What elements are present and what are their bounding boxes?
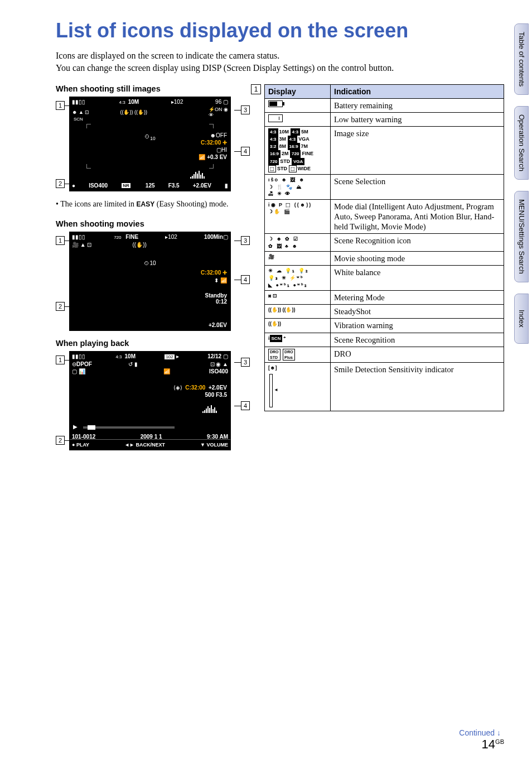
error-code: C:32:00 bbox=[201, 270, 221, 276]
icon-modedial: i◉ P ⬚ ((☻))☽✋ 🎬 bbox=[265, 199, 331, 233]
page-title: List of icons displayed on the screen bbox=[56, 19, 504, 42]
standby-block: Standby 0:12 bbox=[205, 292, 227, 305]
aperture-value: F3.5 bbox=[168, 182, 180, 189]
desc-movie: Movie shooting mode bbox=[331, 252, 504, 266]
folder-icon: ▸102 bbox=[165, 234, 177, 240]
heading-still: When shooting still images bbox=[56, 84, 250, 93]
callout-1b: 1 bbox=[56, 236, 65, 245]
file-number: 101-0012 bbox=[72, 434, 95, 440]
time: 9:30 AM bbox=[207, 434, 228, 440]
desc-steady: SteadyShot bbox=[331, 305, 504, 319]
icon-srec-icon: ☽ ☻ ✿ ☑✿ 🖼 ♣ ☻ bbox=[265, 234, 331, 252]
callout-4: 4 bbox=[241, 147, 250, 156]
callout-3: 3 bbox=[241, 105, 250, 114]
ev-value-2: +2.0EV bbox=[193, 182, 211, 189]
ev-play: +2.0EV bbox=[209, 385, 227, 391]
self-timer-icon: ⏲10 bbox=[144, 260, 156, 266]
lcd-play-group: 1 3 4 2 ▮▮▯▯ 4:310M 102▸ 12/12 ▢ ⊖DPO bbox=[56, 351, 250, 450]
left-column: When shooting still images 1 3 4 2 ▮▮▯▯ … bbox=[56, 84, 250, 458]
lcd-still: ▮▮▯▯ 4:34:3 10M10M ▸102 96 ▢ ☻ ▲ ⊡ ((✋))… bbox=[69, 97, 231, 191]
error-code: C:32:00 bbox=[185, 385, 205, 391]
heading-play: When playing back bbox=[56, 339, 250, 348]
lcd-movie: ▮▮▯▯ 720 FINE ▸102 100Min▢ 🎥 ▲ ⊡((✋)) ⏲1… bbox=[69, 232, 231, 331]
folder-icon: ▸102 bbox=[171, 99, 183, 105]
desc-scene: Scene Selection bbox=[331, 174, 504, 199]
focus-frame: ⏲10 bbox=[86, 124, 214, 169]
easy-note: • The icons are limited in EASY (Easy Sh… bbox=[62, 199, 250, 209]
shutter-aperture: 500 F3.5 bbox=[173, 391, 227, 398]
table-section-1: 1 bbox=[251, 84, 261, 94]
heading-movie: When shooting movies bbox=[56, 219, 250, 228]
icon-dro: DROSTD DROPlus bbox=[265, 347, 331, 363]
aspect-badge: 4:3 bbox=[118, 99, 127, 105]
play-label: ● PLAY bbox=[72, 442, 89, 448]
icon-movie: 🎥 bbox=[265, 252, 331, 266]
back-next: ◄► BACK/NEXT bbox=[124, 442, 165, 448]
side-indicators: ☻OFF C:32:00 ✚ ▢HI 📶 +0.3 EV bbox=[199, 132, 227, 161]
icon-meter: ◙ ⊡ bbox=[265, 291, 331, 305]
frame-count: 12/12 bbox=[207, 353, 221, 359]
intro-line-2: You can change the screen display using … bbox=[56, 63, 394, 73]
progress-bar bbox=[83, 426, 175, 429]
nr-badge: NR bbox=[121, 182, 131, 189]
callout-2b: 2 bbox=[56, 302, 65, 311]
callout-1c: 1 bbox=[56, 355, 65, 364]
th-indication: Indication bbox=[331, 84, 504, 98]
movie-quality: FINE bbox=[124, 234, 139, 240]
desc-srec-icon: Scene Recognition icon bbox=[331, 234, 504, 252]
elapsed-time: 0:12 bbox=[205, 299, 227, 305]
desc-imgsize: Image size bbox=[331, 126, 504, 174]
iso-play: ISO400 bbox=[209, 368, 228, 374]
iso-value: ISO400 bbox=[89, 182, 108, 189]
icon-steady: ((✋)) ((✋)) bbox=[265, 305, 331, 319]
play-icon: ▶ bbox=[73, 424, 78, 430]
th-display: Display bbox=[265, 84, 331, 98]
steadyshot-icon: ((✋)) ((✋)) bbox=[120, 109, 147, 115]
intro-text: Icons are displayed on the screen to ind… bbox=[56, 50, 504, 74]
continued-label: Continued ↓ bbox=[459, 728, 501, 737]
callout-4b: 4 bbox=[241, 275, 250, 284]
desc-dro: DRO bbox=[331, 347, 504, 363]
icon-imgsize: 4:310M 4:35M 4:33M 4:3VGA 3:28M 16:97M 1… bbox=[265, 126, 331, 174]
face-icon: ☻ ▲ ⊡ bbox=[72, 109, 89, 115]
icon-srec: iSCN⁺ bbox=[265, 333, 331, 347]
callout-3b: 3 bbox=[241, 236, 250, 245]
lcd-still-group: 1 3 4 2 ▮▮▯▯ 4:34:3 10M10M ▸102 96 ▢ bbox=[56, 97, 250, 191]
desc-vib: Vibration warning bbox=[331, 319, 504, 333]
desc-wb: White balance bbox=[331, 266, 504, 291]
icon-battery bbox=[265, 98, 331, 112]
desc-meter: Metering Mode bbox=[331, 291, 504, 305]
ev-value: +2.0EV bbox=[209, 322, 227, 328]
desc-smile: Smile Detection Sensitivity indicator bbox=[331, 363, 504, 411]
icon-scene: ıŝo ☻ 🖼 ☻☽ 🍴 🐾 ⛰🏖 ☀ 👁 bbox=[265, 174, 331, 199]
icon-vib: ((✋)) bbox=[265, 319, 331, 333]
callout-1: 1 bbox=[56, 101, 65, 110]
desc-mode: Mode dial (Intelligent Auto Adjustment, … bbox=[331, 199, 504, 233]
side-indicators: C:32:00 ✚ ⬍ 📶 bbox=[201, 269, 227, 285]
easy-label: EASY bbox=[137, 200, 155, 208]
shutter-value: 125 bbox=[146, 182, 155, 189]
standby-label: Standby bbox=[205, 292, 227, 299]
batt-icon: ▮▮▯▯ bbox=[72, 99, 85, 105]
lcd-movie-group: 1 3 4 2 ▮▮▯▯ 720 FINE ▸102 100Min▢ 🎥 ▲ ⊡… bbox=[56, 232, 250, 331]
icon-table: Display Indication Battery remaining Low… bbox=[264, 84, 504, 412]
shots-remaining: 96 ▢ bbox=[215, 99, 228, 105]
desc-battery: Battery remaining bbox=[331, 98, 504, 112]
intro-line-1: Icons are displayed on the screen to ind… bbox=[56, 51, 279, 60]
callout-2: 2 bbox=[56, 179, 65, 188]
page-number: 14GB bbox=[482, 737, 504, 752]
desc-srec: Scene Recognition bbox=[331, 333, 504, 347]
time-remaining: 100Min bbox=[204, 234, 223, 240]
ev-value: +0.3 EV bbox=[207, 154, 227, 160]
error-code: C:32:00 bbox=[201, 140, 221, 146]
icon-lowbatt bbox=[265, 112, 331, 126]
card-icon: ▮ bbox=[225, 182, 228, 189]
dpof-icon: ⊖DPOF bbox=[72, 361, 92, 367]
volume: ▼ VOLUME bbox=[200, 442, 228, 448]
desc-lowbatt: Low battery warning bbox=[331, 112, 504, 126]
right-column: 1 Display Indication Battery remaining L… bbox=[264, 84, 504, 458]
batt-icon: ▮▮▯▯ bbox=[72, 234, 85, 240]
histogram-icon bbox=[189, 170, 214, 179]
lcd-play: ▮▮▯▯ 4:310M 102▸ 12/12 ▢ ⊖DPOF ↺ ▮ ⊡ ◉ ▲… bbox=[69, 351, 231, 450]
self-timer-icon: ⏲10 bbox=[144, 133, 155, 141]
